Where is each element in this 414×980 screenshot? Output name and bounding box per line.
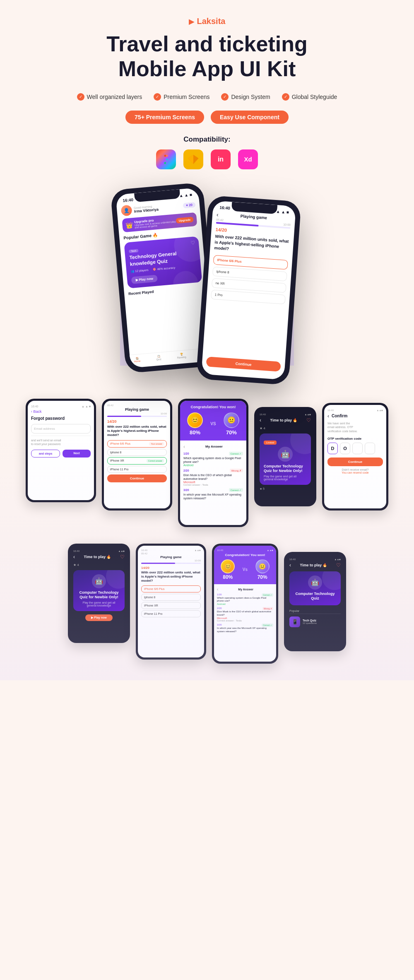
congrats-back[interactable]: ‹ bbox=[183, 444, 185, 450]
answer-item-1: 1/20 Correct ✓ Which operating system do… bbox=[183, 452, 243, 467]
ranking-icon: 🏆 bbox=[180, 352, 183, 356]
playing-bottom-phone: 16:40▲▲■ 05:42 Playing game 10:00 14/20 … bbox=[136, 544, 206, 660]
forgot-password-phone: 16:40▲ ▲ ■ ‹ Back Forgot password Email … bbox=[26, 399, 96, 502]
dark-quiz-card: Limited 🤖 Computer Technology Quiz for N… bbox=[260, 433, 311, 485]
confirm-subtitle: We have sent theemail address. OTPverifi… bbox=[327, 421, 383, 433]
bottom-dark-card: 🤖 Computer Technology Quiz for Newbie On… bbox=[73, 570, 125, 611]
opt-pro[interactable]: iPhone 11 Pro bbox=[107, 466, 167, 473]
resend-link[interactable]: You can resend code bbox=[327, 471, 383, 474]
home-icon: 🏠 bbox=[135, 356, 139, 360]
player2-avatar: 😐 bbox=[224, 412, 239, 428]
sketch-icon bbox=[183, 149, 203, 169]
phone-second: 16:40 ▲ ▲ ■ ‹ Playing game 05:42 10:00 bbox=[196, 195, 301, 385]
quiz-icon: 📋 bbox=[157, 354, 160, 358]
dark-quiz-phone: 16:40▲▲■ ‹ Time to play 🔥 ♡ ★ 4 Limited … bbox=[254, 407, 316, 506]
points-badge: ♥ 20 bbox=[183, 202, 196, 208]
heart-icon-dark: ♡ bbox=[306, 417, 311, 423]
confirm-back[interactable]: ‹ bbox=[327, 413, 329, 419]
confirm-continue[interactable]: Continue bbox=[327, 457, 383, 466]
brand-name: Laksita bbox=[197, 17, 226, 26]
check-icon: ✓ bbox=[221, 93, 229, 101]
main-title: Travel and ticketing Mobile App UI Kit bbox=[8, 32, 406, 82]
row-1-phones: 16:40▲ ▲ ■ ‹ Back Forgot password Email … bbox=[12, 399, 402, 527]
otp-box-4[interactable] bbox=[365, 443, 375, 454]
badges-row: 75+ Premium Screens Easy Use Component bbox=[8, 111, 406, 124]
compatibility-label: Compatibility: bbox=[8, 135, 406, 144]
tools-row: in Xd bbox=[8, 149, 406, 169]
brand-icon: ▶ bbox=[189, 17, 195, 26]
question-text: With over 222 million units sold, what i… bbox=[214, 234, 289, 256]
opt-b4[interactable]: iPhone 11 Pro bbox=[141, 610, 201, 617]
invision-icon: in bbox=[211, 149, 231, 169]
playing-reveal-phone: 05:42 Playing game 10:00 14/20 With over… bbox=[102, 399, 172, 510]
nav-home[interactable]: 🏠 Home bbox=[134, 356, 141, 362]
otp-box-2[interactable]: O bbox=[340, 443, 350, 454]
opt-b2[interactable]: Iphone 8 bbox=[141, 594, 201, 601]
otp-box-3[interactable] bbox=[352, 443, 363, 454]
answer-item-3: 3/20 Correct ✓ In which year was the Mic… bbox=[183, 488, 243, 500]
check-icon: ✓ bbox=[282, 93, 289, 101]
check-icon: ✓ bbox=[154, 93, 161, 101]
otp-box-1[interactable]: D bbox=[327, 443, 338, 454]
player1-avatar: 😊 bbox=[187, 412, 203, 428]
confirm-title: Confirm bbox=[332, 414, 347, 418]
correct-badge: Correct ✓ bbox=[229, 452, 243, 455]
opt-iphone8[interactable]: Iphone 8 bbox=[107, 449, 167, 456]
opt-xr[interactable]: IPhone XR Correct answer bbox=[107, 457, 167, 465]
feature-layers: ✓ Well organized layers bbox=[77, 93, 142, 101]
player1-score: 80% bbox=[190, 429, 200, 436]
upgrade-button[interactable]: Upgrade bbox=[176, 217, 193, 224]
answer-item-2: 2/20 Wrong ✗ Elon Musk is the CEO of whi… bbox=[183, 469, 243, 486]
play-now-btn[interactable]: ▶ Play now bbox=[131, 274, 158, 284]
hero-phones: 16:40 ▲ ▲ ■ 👤 Good morning Irma Viktoriy… bbox=[0, 182, 414, 390]
figma-icon bbox=[156, 149, 176, 169]
back-steps-btn[interactable]: and steps bbox=[31, 450, 60, 457]
back-button[interactable]: ‹ bbox=[217, 211, 219, 217]
congrats-small-phone: 16:40▲▲■ Congratulation! You won! 😊 80% … bbox=[212, 544, 278, 664]
vs-text: VS bbox=[210, 421, 216, 426]
badge-easy[interactable]: Easy Use Component bbox=[211, 111, 289, 124]
next-btn[interactable]: Next bbox=[63, 450, 91, 457]
correct-badge-3: Correct ✓ bbox=[229, 488, 243, 492]
accuracy: 🎯 46% accuracy bbox=[152, 266, 175, 271]
otp-label: OTP verification code bbox=[327, 437, 383, 441]
continue-button[interactable]: Continue bbox=[206, 356, 281, 371]
brand-logo: ▶ Laksita bbox=[8, 17, 406, 26]
playing-title: Playing game bbox=[107, 407, 167, 412]
forgot-title: Forgot password bbox=[31, 416, 91, 421]
congrats-title: Congratulation! You won! bbox=[183, 405, 243, 409]
features-row: ✓ Well organized layers ✓ Premium Screen… bbox=[8, 93, 406, 101]
nav-ranking[interactable]: 🏆 Ranking bbox=[177, 352, 186, 359]
feature-design: ✓ Design System bbox=[221, 93, 270, 101]
congrats-phone: Congratulation! You won! 😊 80% VS 😐 70% bbox=[178, 399, 248, 527]
robot-icon: 🤖 bbox=[278, 447, 293, 462]
crown-icon: 👑 bbox=[125, 221, 133, 228]
dark-card-title: Computer Technology Quiz for Newbie Only… bbox=[264, 464, 307, 474]
header-section: ▶ Laksita Travel and ticketing Mobile Ap… bbox=[0, 0, 414, 182]
compatibility-section: Compatibility: bbox=[8, 135, 406, 169]
confirm-phone: 16:40▲▲■ ‹ Confirm We have sent theemail… bbox=[322, 403, 388, 510]
quiz-screen-title: Playing game bbox=[240, 214, 267, 220]
opt-your-ans[interactable]: iPhone 6/6 Plus Your answer bbox=[107, 440, 167, 448]
opt-b3[interactable]: IPhone XR bbox=[141, 602, 201, 609]
dark-title: Time to play 🔥 bbox=[270, 418, 298, 422]
continue-btn[interactable]: Continue bbox=[107, 474, 167, 482]
check-icon: ✓ bbox=[77, 93, 84, 101]
nav-quiz[interactable]: 📋 Quiz bbox=[156, 354, 162, 361]
feature-styleguide: ✓ Global Styleguide bbox=[282, 93, 337, 101]
user-avatar: 👤 bbox=[121, 205, 132, 216]
bottom-dark-phone-2: 16:40▲▲■ ‹ Time to play 🔥 ♡ 🤖 Computer T… bbox=[284, 552, 346, 651]
quiz-card: Tech ♡ Technology General knowledge Quiz… bbox=[124, 236, 202, 288]
row-2-phones: 16:40▲▲■ ‹ Time to play 🔥 ♡ ★ 4 🤖 Comput… bbox=[12, 544, 402, 664]
my-answer-title: My Answer bbox=[205, 445, 223, 448]
email-input[interactable]: Email address bbox=[31, 424, 91, 433]
lower-screens: 16:40▲ ▲ ■ ‹ Back Forgot password Email … bbox=[0, 390, 414, 680]
resend-text: Didn't receive email? bbox=[327, 468, 383, 471]
players-count: 👥 12 players bbox=[130, 268, 149, 273]
wrong-badge: Wrong ✗ bbox=[230, 469, 243, 472]
badge-premium[interactable]: 75+ Premium Screens bbox=[125, 111, 204, 124]
player2-score: 70% bbox=[226, 429, 237, 436]
opt-b1[interactable]: IPhone 6/6 Plus bbox=[141, 585, 201, 592]
dark-back[interactable]: ‹ bbox=[260, 417, 261, 423]
play-btn-bottom[interactable]: ▶ Play now bbox=[85, 614, 112, 621]
